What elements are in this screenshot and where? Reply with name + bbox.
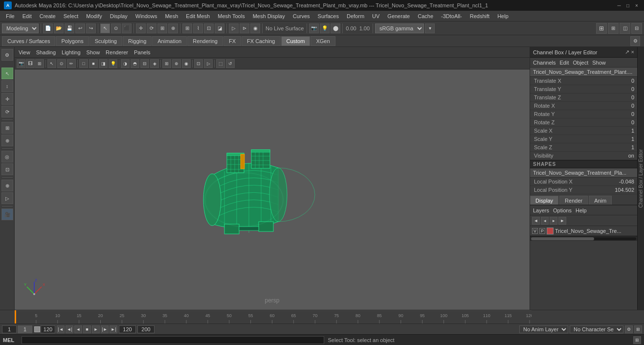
layers-menu-options[interactable]: Options	[553, 207, 572, 213]
menu-create[interactable]: Create	[36, 12, 60, 20]
snap-view-button[interactable]: ◪	[215, 23, 224, 33]
menu-mesh[interactable]: Mesh	[161, 12, 182, 20]
tab-polygons[interactable]: Polygons	[56, 36, 89, 46]
move-tool-icon[interactable]: ✛	[1, 93, 13, 105]
command-input[interactable]	[22, 336, 324, 344]
cb-rotate-y[interactable]: Rotate Y 0	[530, 110, 637, 118]
render-icon[interactable]: ▷	[1, 192, 13, 204]
layer-prev-button[interactable]: ◂	[541, 217, 549, 225]
vp-menu-shading[interactable]: Shading	[36, 49, 56, 55]
play-back-button[interactable]: ◄	[74, 325, 82, 333]
cb-menu-channels[interactable]: Channels	[533, 60, 555, 66]
step-back-button[interactable]: ◄|	[66, 325, 73, 333]
layer-next-button[interactable]: ▸	[550, 217, 557, 225]
paint-tool-button[interactable]: ⬛	[122, 23, 132, 33]
undo-button[interactable]: ↩	[75, 23, 85, 33]
layers-menu-help[interactable]: Help	[576, 207, 587, 213]
render-button[interactable]: ▷	[229, 23, 239, 33]
cb-scale-x[interactable]: Scale X 1	[530, 127, 637, 135]
camera-tool-icon[interactable]: 🎥	[1, 208, 13, 220]
vp-camera-btn[interactable]: 📷	[17, 59, 25, 68]
camera-button[interactable]: 📷	[309, 23, 319, 33]
snap-curve-button[interactable]: ⌇	[193, 23, 203, 33]
cb-menu-object[interactable]: Object	[573, 60, 588, 66]
cb-undock-button[interactable]: ↗	[625, 49, 629, 55]
vp-grid-btn[interactable]: ⊞	[162, 59, 171, 68]
end-frame-input[interactable]	[41, 325, 55, 333]
display-layers-icon[interactable]: ⊕	[1, 180, 13, 191]
tab-display[interactable]: Display	[530, 196, 558, 205]
rotate-tool-button[interactable]: ⟳	[147, 23, 156, 33]
menu-deform[interactable]: Deform	[343, 12, 368, 20]
vp-isolate-btn[interactable]: ⊡	[194, 59, 203, 68]
settings-icon[interactable]: ⚙	[1, 49, 13, 61]
menu-curves[interactable]: Curves	[289, 12, 314, 20]
menu-mesh-tools[interactable]: Mesh Tools	[214, 12, 248, 20]
layers-scrollbar[interactable]	[530, 236, 637, 241]
go-to-end-button[interactable]: ►|	[110, 325, 117, 333]
layer-row-tricel[interactable]: V P Tricel_Novo_Sewage_Tre...	[530, 226, 637, 236]
close-button[interactable]: ×	[633, 2, 640, 9]
tab-render[interactable]: Render	[559, 196, 588, 205]
vp-aa-btn[interactable]: ⊟	[140, 59, 149, 68]
snap-grid-button[interactable]: ⊞	[182, 23, 192, 33]
frame-slider-handle[interactable]	[34, 326, 40, 332]
status-extra-button[interactable]: ⊞	[633, 336, 641, 344]
menu-uv[interactable]: UV	[368, 12, 383, 20]
cb-translate-y[interactable]: Translate Y 0	[530, 85, 637, 93]
move-tool-button[interactable]: ✛	[136, 23, 146, 33]
cb-translate-x[interactable]: Translate X 0	[530, 77, 637, 85]
menu-help[interactable]: Help	[493, 12, 512, 20]
stop-button[interactable]: ■	[83, 325, 91, 333]
vp-hud-btn[interactable]: ⊕	[172, 59, 181, 68]
vp-light-btn[interactable]: 💡	[109, 59, 117, 68]
cb-local-pos-y[interactable]: Local Position Y 104.502	[530, 186, 637, 194]
cb-rotate-z[interactable]: Rotate Z 0	[530, 118, 637, 127]
menu-mesh-display[interactable]: Mesh Display	[249, 12, 289, 20]
current-frame-input[interactable]	[18, 325, 32, 333]
menu-select[interactable]: Select	[60, 12, 83, 20]
menu-surfaces[interactable]: Surfaces	[314, 12, 343, 20]
paint-select-icon[interactable]: ↕	[1, 80, 13, 92]
tab-xgen[interactable]: XGen	[311, 36, 335, 46]
scale-tool-icon[interactable]: ⊞	[1, 122, 13, 134]
viewport-canvas[interactable]: X Y Z persp	[15, 69, 530, 310]
light-button[interactable]: 💡	[320, 23, 330, 33]
vp-smooth-btn[interactable]: ■	[89, 59, 98, 68]
extra-button[interactable]: ⊟	[631, 23, 642, 34]
menu-redshift[interactable]: Redshift	[466, 12, 493, 20]
colorspace-settings-button[interactable]: ▾	[425, 23, 435, 33]
vp-heads-btn[interactable]: ◉	[182, 59, 191, 68]
rotate-tool-icon[interactable]: ⟳	[1, 106, 13, 117]
vp-ao-btn[interactable]: ◓	[131, 59, 139, 68]
cb-scale-z[interactable]: Scale Z 1	[530, 143, 637, 152]
transform-icon[interactable]: ⊕	[1, 135, 13, 146]
ipr-render-button[interactable]: ⊳	[240, 23, 249, 33]
menu-display[interactable]: Display	[106, 12, 132, 20]
vp-gate-btn[interactable]: ⊞	[35, 59, 44, 68]
layer-last-button[interactable]: ►	[558, 217, 566, 225]
vp-reset-btn[interactable]: ↺	[226, 59, 235, 68]
minimize-button[interactable]: ─	[616, 2, 622, 9]
start-frame-input[interactable]	[2, 325, 17, 333]
colorspace-dropdown[interactable]: sRGB gamma	[375, 23, 424, 33]
cb-menu-show[interactable]: Show	[592, 60, 606, 66]
anim-settings-button[interactable]: ⚙	[625, 325, 633, 333]
step-forward-button[interactable]: |►	[101, 325, 109, 333]
material-button[interactable]: ⬤	[331, 23, 340, 33]
menu-cache[interactable]: Cache	[414, 12, 437, 20]
cb-translate-z[interactable]: Translate Z 0	[530, 93, 637, 102]
tab-curves-surfaces[interactable]: Curves / Surfaces	[2, 36, 55, 46]
total-end-input[interactable]	[137, 325, 155, 333]
vp-lasso-btn[interactable]: ⊙	[57, 59, 66, 68]
vp-dof-btn[interactable]: ◈	[150, 59, 159, 68]
tab-anim[interactable]: Anim	[589, 196, 612, 205]
lasso-tool-button[interactable]: ⊙	[111, 23, 121, 33]
transform-tool-button[interactable]: ⊕	[168, 23, 178, 33]
tab-fx[interactable]: FX	[223, 36, 241, 46]
vp-menu-show[interactable]: Show	[87, 49, 100, 55]
char-set-dropdown[interactable]: No Character Set	[570, 325, 623, 333]
select-tool-button[interactable]: ↖	[100, 23, 110, 33]
tab-sculpting[interactable]: Sculpting	[89, 36, 122, 46]
vp-menu-lighting[interactable]: Lighting	[62, 49, 81, 55]
